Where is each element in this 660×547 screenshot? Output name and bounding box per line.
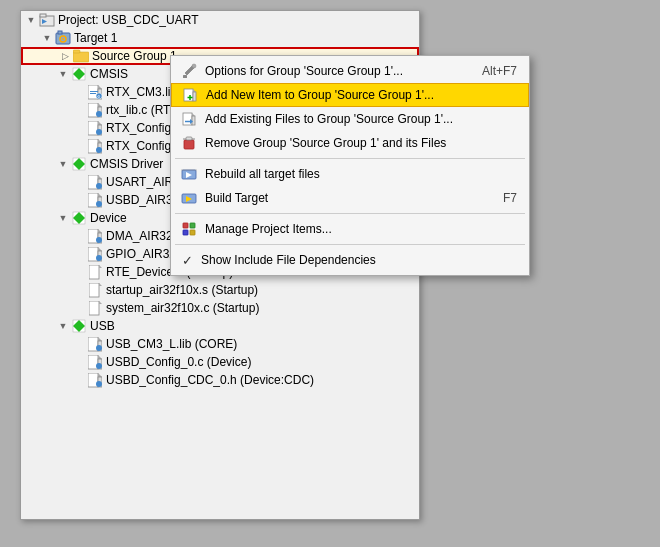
svg-marker-73: [193, 89, 196, 92]
svg-rect-74: [193, 92, 196, 101]
svg-marker-78: [192, 113, 195, 116]
menu-item-options-group[interactable]: Options for Group 'Source Group 1'... Al…: [171, 59, 529, 83]
svg-rect-14: [90, 91, 98, 92]
menu-item-rebuild[interactable]: Rebuild all target files: [171, 162, 529, 186]
project-root-label: Project: USB_CDC_UART: [58, 11, 198, 29]
svg-marker-53: [99, 283, 102, 286]
svg-point-29: [96, 147, 102, 153]
target-icon: [55, 30, 71, 46]
usbd-config-0-label: USBD_Config_0.c (Device): [106, 353, 251, 371]
expand-icon-target: ▼: [41, 32, 53, 44]
svg-point-61: [96, 345, 102, 351]
svg-point-21: [96, 111, 102, 117]
menu-item-add-new[interactable]: Add New Item to Group 'Source Group 1'..…: [171, 83, 529, 107]
svg-rect-15: [90, 93, 96, 94]
svg-rect-52: [89, 283, 99, 297]
menu-icon-wrench: [179, 61, 199, 81]
rebuild-label: Rebuild all target files: [205, 167, 517, 181]
svg-rect-8: [73, 50, 80, 53]
build-shortcut: F7: [503, 191, 517, 205]
tree-item-usb[interactable]: ▼ USB: [21, 317, 419, 335]
svg-marker-55: [99, 301, 102, 304]
svg-point-6: [62, 38, 64, 40]
cmsis-driver-label: CMSIS Driver: [90, 155, 163, 173]
file-icon-usb-cm3: [87, 336, 103, 352]
svg-marker-37: [98, 193, 102, 197]
svg-rect-93: [190, 230, 195, 235]
file-icon-usbd-air: [87, 192, 103, 208]
remove-group-label: Remove Group 'Source Group 1' and its Fi…: [205, 136, 517, 150]
svg-point-71: [192, 64, 196, 68]
menu-item-build[interactable]: Build Target F7: [171, 186, 529, 210]
svg-point-25: [96, 129, 102, 135]
cmsis-driver-icon: [71, 156, 87, 172]
svg-rect-84: [186, 137, 192, 140]
svg-marker-27: [98, 139, 102, 143]
file-icon-usbd-config-cdc: [87, 372, 103, 388]
menu-icon-manage: [179, 219, 199, 239]
svg-rect-90: [183, 223, 188, 228]
file-icon-rtx-lib: [87, 102, 103, 118]
tree-item-usbd-config-cdc[interactable]: USBD_Config_CDC_0.h (Device:CDC): [21, 371, 419, 389]
system-air-label: system_air32f10x.c (Startup): [106, 299, 259, 317]
svg-point-45: [96, 237, 102, 243]
svg-rect-79: [192, 116, 195, 125]
menu-icon-rebuild: [179, 164, 199, 184]
file-icon-dma-air: [87, 228, 103, 244]
svg-rect-70: [183, 75, 187, 78]
menu-icon-remove: [179, 133, 199, 153]
file-icon-system-air: [87, 300, 103, 316]
menu-item-add-existing[interactable]: Add Existing Files to Group 'Source Grou…: [171, 107, 529, 131]
cmsis-icon: [71, 66, 87, 82]
usb-icon: [71, 318, 87, 334]
expand-icon: ▼: [25, 14, 37, 26]
svg-point-49: [96, 255, 102, 261]
menu-item-remove-group[interactable]: Remove Group 'Source Group 1' and its Fi…: [171, 131, 529, 155]
tree-item-project-root[interactable]: ▼ Project: USB_CDC_UART: [21, 11, 419, 29]
expand-cmsis-driver: ▼: [57, 158, 69, 170]
add-new-label: Add New Item to Group 'Source Group 1'..…: [206, 88, 516, 102]
tree-item-target1[interactable]: ▼ Target 1: [21, 29, 419, 47]
startup-air-label: startup_air32f10x.s (Startup): [106, 281, 258, 299]
tree-item-startup-air[interactable]: startup_air32f10x.s (Startup): [21, 281, 419, 299]
options-group-label: Options for Group 'Source Group 1'...: [205, 64, 462, 78]
check-icon: ✓: [179, 252, 195, 268]
svg-point-65: [96, 363, 102, 369]
svg-marker-12: [98, 85, 102, 89]
expand-cmsis: ▼: [57, 68, 69, 80]
options-group-shortcut: Alt+F7: [482, 64, 517, 78]
file-icon-rtx-cm3: ⚙: [87, 84, 103, 100]
tree-item-usbd-config-0[interactable]: USBD_Config_0.c (Device): [21, 353, 419, 371]
manage-label: Manage Project Items...: [205, 222, 517, 236]
tree-item-usb-cm3[interactable]: USB_CM3_L.lib (CORE): [21, 335, 419, 353]
svg-text:⚙: ⚙: [97, 94, 101, 99]
svg-rect-54: [89, 301, 99, 315]
svg-marker-51: [99, 265, 102, 268]
folder-icon-source-group: [73, 48, 89, 64]
show-includes-label: Show Include File Dependencies: [201, 253, 517, 267]
svg-marker-19: [98, 103, 102, 107]
usb-label: USB: [90, 317, 115, 335]
svg-marker-33: [98, 175, 102, 179]
svg-rect-91: [190, 223, 195, 228]
svg-rect-4: [58, 31, 62, 34]
svg-marker-63: [98, 355, 102, 359]
file-icon-startup-air: [87, 282, 103, 298]
menu-item-manage[interactable]: Manage Project Items...: [171, 217, 529, 241]
svg-marker-59: [98, 337, 102, 341]
svg-marker-47: [98, 247, 102, 251]
target1-label: Target 1: [74, 29, 117, 47]
svg-marker-67: [98, 373, 102, 377]
svg-rect-1: [40, 14, 46, 17]
menu-item-show-includes[interactable]: ✓ Show Include File Dependencies: [171, 248, 529, 272]
menu-icon-add-existing: [179, 109, 199, 129]
file-icon-rtx-config-c: [87, 120, 103, 136]
svg-rect-72: [184, 89, 193, 101]
tree-item-system-air[interactable]: system_air32f10x.c (Startup): [21, 299, 419, 317]
expand-usb: ▼: [57, 320, 69, 332]
svg-rect-92: [183, 230, 188, 235]
cmsis-label: CMSIS: [90, 65, 128, 83]
source-group-1-label: Source Group 1: [92, 47, 177, 65]
context-menu: Options for Group 'Source Group 1'... Al…: [170, 55, 530, 276]
usb-cm3-label: USB_CM3_L.lib (CORE): [106, 335, 237, 353]
